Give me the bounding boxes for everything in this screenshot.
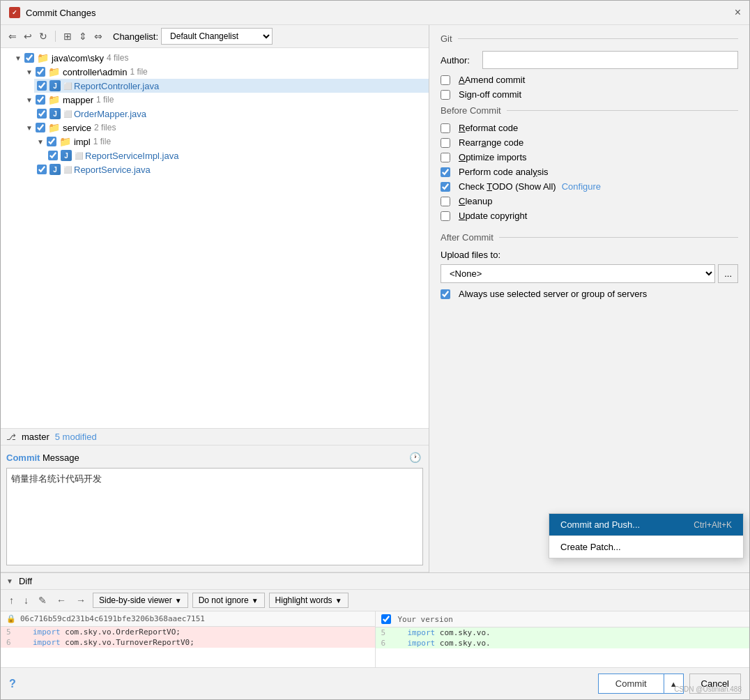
expand-button[interactable]: ⇕ (77, 29, 89, 44)
checktodo-checkbox[interactable] (441, 182, 450, 192)
upload-row: <None> ... (441, 264, 738, 283)
reformat-label[interactable]: Reformat code (459, 123, 518, 133)
commit-and-push-item[interactable]: Commit and Push... Ctrl+Alt+K (549, 514, 743, 535)
commit-dropdown-menu: Commit and Push... Ctrl+Alt+K Create Pat… (549, 513, 744, 558)
checkbox-impl[interactable] (47, 137, 56, 146)
before-commit-section: Before Commit Reformat code Rearrange co… (441, 105, 738, 221)
tree-item-report-controller[interactable]: J ⬜ ReportController.java (34, 79, 429, 93)
checkbox-report-service-impl[interactable] (48, 151, 58, 160)
chevron-icon: ▼ (15, 54, 22, 62)
rearrange-checkbox[interactable] (441, 138, 450, 148)
optimize-checkbox[interactable] (441, 153, 450, 162)
cleanup-checkbox[interactable] (441, 197, 450, 206)
help-button[interactable]: ? (9, 678, 16, 690)
tree-label: impl (74, 137, 91, 147)
create-patch-item[interactable]: Create Patch... (549, 536, 743, 558)
tree-item-report-service[interactable]: J ⬜ ReportService.java (34, 162, 429, 176)
section-divider (458, 38, 738, 39)
chevron-icon: ▼ (26, 68, 33, 76)
commit-button[interactable]: Commit (598, 674, 664, 694)
tree-item-impl[interactable]: ▼ 📁 impl 1 file (34, 135, 429, 149)
perform-label[interactable]: Perform code analysis (459, 167, 549, 177)
commit-message-section: Commit Message 🕐 销量排名统计代码开发 (1, 446, 429, 572)
collapse-button[interactable]: ⇔ (92, 29, 105, 44)
author-input[interactable] (482, 51, 738, 69)
file-count: 1 file (130, 67, 147, 77)
copyright-checkbox[interactable] (441, 211, 450, 221)
file-change-marker: ⬜ (63, 166, 72, 174)
tree-item-service[interactable]: ▼ 📁 service 2 files (23, 121, 429, 135)
git-section-title: Git (441, 33, 452, 44)
upload-select[interactable]: <None> (441, 264, 715, 283)
checkbox-java-com-sky[interactable] (24, 53, 34, 63)
checkbox-report-controller[interactable] (37, 81, 47, 91)
diff-section: ▼ Diff ↑ ↓ ✎ ← → Side-by-side viewer ▼ D… (1, 572, 749, 667)
rearrange-label[interactable]: Rearrange code (459, 137, 523, 148)
your-version-checkbox[interactable] (381, 614, 391, 624)
title-bar: ✓ Commit Changes × (1, 1, 749, 25)
main-content: ⇐ ↩ ↻ ⊞ ⇕ ⇔ Changelist: Default Changeli… (1, 25, 749, 572)
viewer-dropdown[interactable]: Side-by-side viewer ▼ (93, 593, 188, 608)
highlight-dropdown[interactable]: Highlight words ▼ (269, 593, 349, 608)
file-hash: 06c716b59cd231b4c6191bfe3206b368aaec7151 (20, 614, 205, 623)
after-commit-header: After Commit (441, 232, 738, 243)
amend-commit-checkbox[interactable] (441, 75, 450, 85)
tree-item-order-mapper[interactable]: J ⬜ OrderMapper.java (34, 107, 429, 121)
tree-label: ReportService.java (74, 165, 151, 175)
undo-button[interactable]: ↩ (22, 29, 34, 44)
commit-message-textarea[interactable]: 销量排名统计代码开发 (6, 468, 423, 565)
diff-toolbar: ↑ ↓ ✎ ← → Side-by-side viewer ▼ Do not i… (1, 590, 749, 611)
configure-link[interactable]: Configure (562, 181, 601, 192)
line-number: 6 (6, 638, 27, 647)
author-label: Author: (441, 55, 482, 66)
tree-item-report-service-impl[interactable]: J ⬜ ReportServiceImpl.java (45, 149, 429, 162)
line-number: 6 (381, 639, 402, 648)
always-use-label[interactable]: Always use selected server or group of s… (459, 289, 647, 299)
tree-label: controller\admin (63, 67, 128, 77)
section-divider (507, 110, 738, 111)
tree-item-mapper[interactable]: ▼ 📁 mapper 1 file (23, 93, 429, 107)
ignore-dropdown[interactable]: Do not ignore ▼ (192, 593, 265, 608)
checkbox-controller-admin[interactable] (36, 67, 45, 77)
sign-off-label[interactable]: Sign-off commit (459, 89, 521, 100)
perform-checkbox[interactable] (441, 167, 450, 177)
optimize-label[interactable]: Optimize imports (459, 152, 527, 162)
lock-icon: 🔒 (6, 614, 16, 623)
diff-header: ▼ Diff (1, 573, 749, 590)
copyright-label[interactable]: Update copyright (459, 211, 527, 221)
diff-right-button[interactable]: → (73, 593, 89, 607)
grid-button[interactable]: ⊞ (61, 29, 74, 44)
diff-left-panel: 🔒 06c716b59cd231b4c6191bfe3206b368aaec71… (1, 611, 376, 667)
diff-left-button[interactable]: ← (54, 593, 69, 607)
diff-line-2: 6 import com.sky.vo.TurnoverReportV0; (1, 637, 375, 648)
git-section-header: Git (441, 33, 738, 44)
checkbox-order-mapper[interactable] (37, 109, 47, 119)
tree-item-controller-admin[interactable]: ▼ 📁 controller\admin 1 file (23, 65, 429, 79)
sign-off-checkbox[interactable] (441, 90, 450, 100)
navigate-back-button[interactable]: ⇐ (6, 29, 19, 44)
file-tree-toolbar: ⇐ ↩ ↻ ⊞ ⇕ ⇔ Changelist: Default Changeli… (1, 25, 429, 48)
clock-button[interactable]: 🕐 (407, 450, 423, 465)
folder-icon: 📁 (48, 66, 60, 77)
amend-commit-label[interactable]: AAmend commit (459, 75, 525, 85)
upload-more-button[interactable]: ... (718, 264, 738, 283)
author-row: Author: (441, 51, 738, 69)
checktodo-label[interactable]: Check TODO (Show All) (459, 181, 556, 192)
diff-down-button[interactable]: ↓ (21, 593, 31, 607)
diff-edit-button[interactable]: ✎ (36, 593, 49, 607)
line-number: 5 (6, 627, 27, 637)
checkbox-report-service[interactable] (37, 165, 47, 174)
diff-title: Diff (19, 576, 32, 586)
tree-item-java-com-sky[interactable]: ▼ 📁 java\com\sky 4 files (12, 51, 429, 65)
redo-button[interactable]: ↻ (37, 29, 49, 44)
always-use-checkbox[interactable] (441, 289, 450, 299)
reformat-checkbox[interactable] (441, 123, 450, 133)
file-change-marker: ⬜ (63, 110, 72, 118)
checkbox-service[interactable] (36, 123, 45, 132)
status-bar: ⎇ master 5 modified (1, 428, 429, 446)
close-button[interactable]: × (735, 6, 741, 19)
cleanup-label[interactable]: Cleanup (459, 196, 492, 206)
checkbox-mapper[interactable] (36, 95, 45, 105)
diff-up-button[interactable]: ↑ (6, 593, 17, 607)
changelist-dropdown[interactable]: Default Changelist (161, 28, 273, 45)
